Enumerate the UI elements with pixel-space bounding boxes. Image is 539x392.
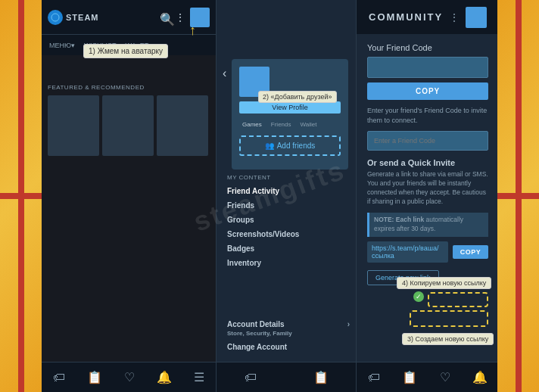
search-icon[interactable]: 🔍 [160,12,170,23]
tab-games[interactable]: Games [239,120,265,129]
copy-friend-code-button[interactable]: COPY [367,82,488,100]
enter-friend-code-input[interactable] [367,131,488,151]
featured-img-3 [157,95,208,156]
community-panel: COMMUNITY ⋮ Your Friend Code COPY Enter … [356,0,499,392]
comm-nav-tag-icon[interactable]: 🏷 [368,371,380,384]
gift-decoration-left [0,0,42,392]
featured-img-2 [102,95,154,156]
nav-menu-icon[interactable]: ☰ [194,370,204,384]
annotation-add-friends: 2) «Добавить друзей» [258,91,337,103]
annotation-copy-link: 4) Копируем новую ссылку [397,277,491,289]
my-content-section: MY CONTENT Friend Activity Friends Group… [227,174,350,270]
tab-friends[interactable]: Friends [268,120,294,129]
quick-invite-title: Or send a Quick Invite [367,158,488,167]
nav-list-icon[interactable]: 📋 [87,370,102,384]
svg-point-0 [51,14,59,21]
nav-heart-icon[interactable]: ♡ [124,370,135,384]
annotation-rect-4 [428,292,488,307]
main-area: steamgifts STEAM 🔍 ⋮ МЕНЮ▾ WISHLIST WA..… [42,0,497,392]
quick-invite-desc: Generate a link to share via email or SM… [367,170,488,207]
menu-change-account[interactable]: Change Account [227,340,350,354]
tab-wallet[interactable]: Wallet [297,120,319,129]
community-avatar[interactable] [466,7,487,28]
steam-browser-panel: STEAM 🔍 ⋮ МЕНЮ▾ WISHLIST WA..ET 1) Жмем … [42,0,216,392]
featured-images [48,95,210,156]
friend-code-section-title: Your Friend Code [367,43,488,52]
annotation-click-avatar: 1) Жмем на аватарку [83,44,168,58]
annotation-rect-3 [410,310,488,327]
left-bottom-nav: 🏷 📋 ♡ 🔔 ☰ [42,362,216,392]
community-title: COMMUNITY [369,11,443,23]
menu-account-details[interactable]: Account Details › Store, Security, Famil… [227,317,350,340]
add-friends-label: Add friends [277,142,316,150]
my-content-label: MY CONTENT [227,174,350,181]
checkmark-icon: ✓ [413,289,426,303]
back-arrow-icon[interactable]: ‹ [223,67,226,80]
account-section: Account Details › Store, Security, Famil… [227,317,350,354]
annotation-arrow-1: ↑ [189,23,196,39]
add-friends-button[interactable]: 👥 Add friends [239,135,341,156]
menu-screenshots[interactable]: Screenshots/Videos [227,227,350,241]
link-row: https://s.team/p/ваша/ссылка COPY [367,241,488,263]
nav-bell-icon[interactable]: 🔔 [157,370,172,384]
steam-logo: STEAM [48,10,99,25]
steam-icon [48,10,63,25]
middle-bottom-nav: 🏷 📋 [217,362,357,392]
header-options-icon[interactable]: ⋮ [175,11,185,23]
note-strong: NOTE: Each link [374,216,424,223]
community-bottom-nav: 🏷 📋 ♡ 🔔 [357,362,499,392]
menu-friends[interactable]: Friends [227,198,350,213]
nav-tag-icon[interactable]: 🏷 [53,371,65,384]
add-friends-icon: 👥 [265,142,274,150]
tab-menu[interactable]: МЕНЮ▾ [46,40,78,51]
friend-popup-panel: ‹ View Profile Games Friends Wallet 👥 Ad… [216,0,356,392]
copy-link-button[interactable]: COPY [453,245,489,259]
menu-badges[interactable]: Badges [227,241,350,256]
featured-img-1 [48,95,99,156]
invite-link-text: https://s.team/p/ваша/ссылка [367,241,448,263]
menu-inventory[interactable]: Inventory [227,256,350,270]
nav-list-icon-2[interactable]: 📋 [313,370,329,384]
annotation-create-link: 3) Создаем новую ссылку [402,333,494,345]
menu-groups[interactable]: Groups [227,213,350,227]
community-header: COMMUNITY ⋮ [357,0,499,34]
profile-card: View Profile Games Friends Wallet 👥 Add … [232,59,348,170]
steam-label: STEAM [66,13,99,22]
note-text: NOTE: Each link automatically expires af… [367,213,488,237]
menu-friend-activity[interactable]: Friend Activity [227,184,350,198]
helper-text: Enter your friend's Friend Code to invit… [367,106,488,125]
left-content: FEATURED & RECOMMENDED [42,78,216,162]
community-content: Your Friend Code COPY Enter your friend'… [357,34,499,294]
comm-nav-bell-icon[interactable]: 🔔 [472,370,488,384]
featured-label: FEATURED & RECOMMENDED [48,84,210,91]
gift-decoration-right [497,0,539,392]
community-options-icon[interactable]: ⋮ [449,11,460,23]
friend-code-input[interactable] [367,57,488,78]
comm-nav-heart-icon[interactable]: ♡ [440,370,450,384]
comm-nav-list-icon[interactable]: 📋 [402,370,417,384]
profile-tabs: Games Friends Wallet [239,120,341,129]
view-profile-button[interactable]: View Profile [239,101,341,114]
nav-tag-icon-2[interactable]: 🏷 [245,371,257,384]
